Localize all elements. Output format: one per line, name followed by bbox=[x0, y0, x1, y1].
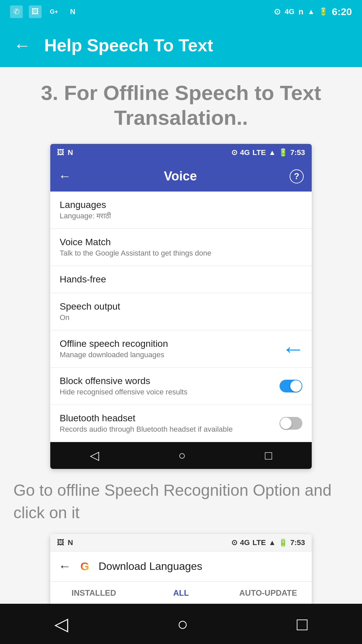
device-home-icon[interactable]: ○ bbox=[177, 613, 188, 634]
setting-offline-title: Offline speech recognition bbox=[60, 338, 168, 349]
phone2-image-icon: 🖼 bbox=[57, 538, 64, 547]
phone1-app-bar: ← Voice ? bbox=[50, 161, 312, 192]
phone2-app-bar: ← G Download Languages bbox=[50, 551, 312, 582]
phone-screenshot-2: 🖼 N ⊙ 4G LTE ▲ 🔋 7:53 ← G Download Langu… bbox=[50, 534, 312, 605]
google-plus-icon: G+ bbox=[48, 5, 60, 18]
phone1-back-nav-icon[interactable]: ◁ bbox=[90, 448, 99, 463]
setting-languages-subtitle: Language: मराठी bbox=[60, 212, 111, 220]
phone1-status-right: ⊙ 4G LTE ▲ 🔋 7:53 bbox=[231, 148, 305, 157]
setting-speech-output-subtitle: On bbox=[60, 313, 120, 322]
setting-languages[interactable]: Languages Language: मराठी bbox=[50, 192, 312, 229]
phone1-wifi-icon: ⊙ bbox=[231, 148, 237, 157]
phone2-wifi-icon: ⊙ bbox=[231, 538, 237, 547]
n-icon: N bbox=[66, 5, 79, 18]
bluetooth-toggle[interactable] bbox=[280, 417, 302, 430]
phone1-settings-list: Languages Language: मराठी Voice Match Ta… bbox=[50, 192, 312, 442]
app-bar: ← Help Speech To Text bbox=[0, 23, 362, 67]
device-back-icon[interactable]: ◁ bbox=[54, 613, 68, 635]
phone2-time: 7:53 bbox=[290, 538, 305, 547]
phone2-tabs: INSTALLED ALL AUTO-UPDATE bbox=[50, 582, 312, 605]
signal-icon: 4G bbox=[285, 7, 294, 16]
blue-arrow-icon: ← bbox=[282, 337, 305, 361]
tab-installed[interactable]: INSTALLED bbox=[50, 582, 137, 605]
phone2-status-bar: 🖼 N ⊙ 4G LTE ▲ 🔋 7:53 bbox=[50, 534, 312, 551]
setting-speech-output[interactable]: Speech output On bbox=[50, 293, 312, 330]
phone2-status-left: 🖼 N bbox=[57, 538, 73, 547]
phone1-status-bar: 🖼 N ⊙ 4G LTE ▲ 🔋 7:53 bbox=[50, 144, 312, 161]
section-heading: 3. For Offline Speech to Text Transalati… bbox=[10, 80, 352, 130]
phone2-screen-title: Download Languages bbox=[99, 560, 202, 573]
setting-voice-match-subtitle: Talk to the Google Assistant to get thin… bbox=[60, 249, 212, 258]
main-content: 3. For Offline Speech to Text Transalati… bbox=[0, 67, 362, 615]
status-bar-right: ⊙ 4G n ▲ 🔋 6:20 bbox=[274, 6, 352, 17]
setting-bluetooth-subtitle: Records audio through Bluetooth headset … bbox=[60, 425, 280, 434]
phone2-signal: ▲ bbox=[268, 538, 276, 547]
setting-hands-free-title: Hands-free bbox=[60, 274, 106, 285]
google-g-icon: G bbox=[76, 558, 93, 575]
phone1-battery: 🔋 bbox=[279, 148, 288, 157]
phone-screenshot-1: 🖼 N ⊙ 4G LTE ▲ 🔋 7:53 ← Voice ? Languag bbox=[50, 144, 312, 469]
device-recents-icon[interactable]: □ bbox=[297, 613, 308, 634]
device-nav-bar: ◁ ○ □ bbox=[0, 604, 362, 644]
phone1-image-icon: 🖼 bbox=[57, 148, 64, 157]
block-words-toggle[interactable] bbox=[280, 380, 302, 392]
battery-icon: 🔋 bbox=[319, 7, 328, 16]
setting-voice-match-title: Voice Match bbox=[60, 237, 212, 248]
description-text: Go to offline Speech Recognition Option … bbox=[13, 479, 349, 524]
setting-languages-title: Languages bbox=[60, 200, 111, 210]
setting-speech-output-title: Speech output bbox=[60, 301, 120, 312]
phone1-4g: 4G bbox=[240, 148, 250, 157]
phone1-recents-icon[interactable]: □ bbox=[265, 448, 272, 463]
tab-all[interactable]: ALL bbox=[137, 582, 225, 605]
back-button[interactable]: ← bbox=[13, 35, 31, 55]
signal-bars-icon: ▲ bbox=[307, 7, 315, 16]
setting-voice-match[interactable]: Voice Match Talk to the Google Assistant… bbox=[50, 229, 312, 266]
phone1-title: Voice bbox=[79, 169, 282, 183]
status-bar: ✆ 🖼 G+ N ⊙ 4G n ▲ 🔋 6:20 bbox=[0, 0, 362, 23]
setting-block-words-title: Block offensive words bbox=[60, 376, 280, 386]
phone1-n-icon: N bbox=[68, 148, 73, 157]
phone1-signal: ▲ bbox=[268, 148, 276, 157]
tab-auto-update[interactable]: AUTO-UPDATE bbox=[225, 582, 312, 605]
phone2-n-icon: N bbox=[68, 538, 73, 547]
phone1-status-left: 🖼 N bbox=[57, 148, 73, 157]
phone1-back-icon[interactable]: ← bbox=[58, 169, 71, 183]
setting-bluetooth[interactable]: Bluetooth headset Records audio through … bbox=[50, 405, 312, 442]
status-bar-left-icons: ✆ 🖼 G+ N bbox=[10, 5, 79, 18]
phone2-battery: 🔋 bbox=[279, 538, 288, 547]
page-title: Help Speech To Text bbox=[44, 35, 213, 55]
phone1-nav-bar: ◁ ○ □ bbox=[50, 442, 312, 469]
setting-offline-speech[interactable]: Offline speech recognition Manage downlo… bbox=[50, 330, 312, 368]
phone2-4g: 4G bbox=[240, 538, 250, 547]
phone2-lte: LTE bbox=[252, 538, 266, 547]
phone2-status-right: ⊙ 4G LTE ▲ 🔋 7:53 bbox=[231, 538, 305, 547]
phone1-help-icon[interactable]: ? bbox=[290, 169, 304, 183]
phone1-time: 7:53 bbox=[290, 148, 305, 157]
phone1-lte: LTE bbox=[252, 148, 266, 157]
setting-block-words[interactable]: Block offensive words Hide recognised of… bbox=[50, 368, 312, 405]
phone2-back-button[interactable]: ← bbox=[58, 559, 71, 574]
setting-offline-subtitle: Manage downloaded languages bbox=[60, 351, 168, 359]
lte-label: n bbox=[299, 7, 304, 16]
whatsapp-icon: ✆ bbox=[10, 5, 23, 18]
wifi-icon: ⊙ bbox=[274, 7, 281, 16]
phone1-home-icon[interactable]: ○ bbox=[178, 448, 186, 463]
setting-block-words-subtitle: Hide recognised offensive voice results bbox=[60, 388, 280, 396]
setting-hands-free[interactable]: Hands-free bbox=[50, 266, 312, 293]
setting-bluetooth-title: Bluetooth headset bbox=[60, 413, 280, 424]
image-icon: 🖼 bbox=[29, 5, 42, 18]
time-display: 6:20 bbox=[332, 6, 352, 17]
